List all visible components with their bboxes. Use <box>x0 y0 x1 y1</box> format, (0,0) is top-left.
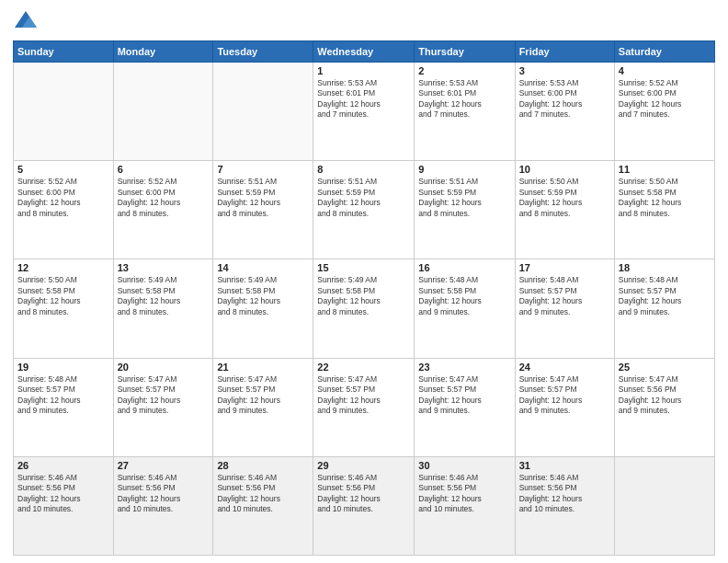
day-info: Sunrise: 5:46 AM Sunset: 5:56 PM Dayligh… <box>217 473 309 515</box>
day-number: 12 <box>17 262 109 273</box>
day-number: 17 <box>519 262 610 273</box>
day-info: Sunrise: 5:50 AM Sunset: 5:58 PM Dayligh… <box>619 177 711 219</box>
day-cell: 30Sunrise: 5:46 AM Sunset: 5:56 PM Dayli… <box>415 456 515 555</box>
day-info: Sunrise: 5:46 AM Sunset: 5:56 PM Dayligh… <box>317 473 410 515</box>
day-cell: 28Sunrise: 5:46 AM Sunset: 5:56 PM Dayli… <box>213 456 313 555</box>
day-number: 27 <box>118 460 210 471</box>
day-number: 28 <box>217 460 309 471</box>
day-info: Sunrise: 5:51 AM Sunset: 5:59 PM Dayligh… <box>418 177 510 219</box>
day-info: Sunrise: 5:51 AM Sunset: 5:59 PM Dayligh… <box>217 177 309 219</box>
day-info: Sunrise: 5:46 AM Sunset: 5:56 PM Dayligh… <box>118 473 210 515</box>
day-cell: 16Sunrise: 5:48 AM Sunset: 5:58 PM Dayli… <box>415 259 515 358</box>
day-info: Sunrise: 5:49 AM Sunset: 5:58 PM Dayligh… <box>118 275 210 317</box>
day-cell: 5Sunrise: 5:52 AM Sunset: 6:00 PM Daylig… <box>14 161 114 259</box>
day-number: 19 <box>17 362 109 373</box>
day-number: 31 <box>519 460 610 471</box>
day-number: 24 <box>519 362 610 373</box>
weekday-header-wednesday: Wednesday <box>313 41 415 63</box>
week-row-4: 19Sunrise: 5:48 AM Sunset: 5:57 PM Dayli… <box>14 358 715 456</box>
logo-icon <box>13 9 39 35</box>
day-info: Sunrise: 5:47 AM Sunset: 5:57 PM Dayligh… <box>118 374 210 417</box>
day-info: Sunrise: 5:48 AM Sunset: 5:57 PM Dayligh… <box>619 275 711 317</box>
day-cell: 4Sunrise: 5:52 AM Sunset: 6:00 PM Daylig… <box>614 63 714 161</box>
day-info: Sunrise: 5:53 AM Sunset: 6:01 PM Dayligh… <box>418 78 510 121</box>
day-info: Sunrise: 5:47 AM Sunset: 5:56 PM Dayligh… <box>619 374 711 417</box>
day-cell: 13Sunrise: 5:49 AM Sunset: 5:58 PM Dayli… <box>113 259 213 358</box>
day-cell: 29Sunrise: 5:46 AM Sunset: 5:56 PM Dayli… <box>313 456 415 555</box>
week-row-1: 1Sunrise: 5:53 AM Sunset: 6:01 PM Daylig… <box>14 63 715 161</box>
calendar: SundayMondayTuesdayWednesdayThursdayFrid… <box>13 40 715 556</box>
day-cell: 17Sunrise: 5:48 AM Sunset: 5:57 PM Dayli… <box>515 259 614 358</box>
week-row-5: 26Sunrise: 5:46 AM Sunset: 5:56 PM Dayli… <box>14 456 715 555</box>
day-number: 9 <box>418 164 510 175</box>
day-cell: 31Sunrise: 5:46 AM Sunset: 5:56 PM Dayli… <box>515 456 614 555</box>
day-cell: 1Sunrise: 5:53 AM Sunset: 6:01 PM Daylig… <box>313 63 415 161</box>
day-cell: 20Sunrise: 5:47 AM Sunset: 5:57 PM Dayli… <box>113 358 213 456</box>
page: SundayMondayTuesdayWednesdayThursdayFrid… <box>0 0 728 563</box>
day-info: Sunrise: 5:52 AM Sunset: 6:00 PM Dayligh… <box>619 78 711 121</box>
day-cell: 26Sunrise: 5:46 AM Sunset: 5:56 PM Dayli… <box>14 456 114 555</box>
day-info: Sunrise: 5:46 AM Sunset: 5:56 PM Dayligh… <box>17 473 109 515</box>
day-cell: 19Sunrise: 5:48 AM Sunset: 5:57 PM Dayli… <box>14 358 114 456</box>
header <box>13 9 715 35</box>
day-cell: 27Sunrise: 5:46 AM Sunset: 5:56 PM Dayli… <box>113 456 213 555</box>
day-number: 10 <box>519 164 610 175</box>
day-cell: 2Sunrise: 5:53 AM Sunset: 6:01 PM Daylig… <box>415 63 515 161</box>
day-number: 5 <box>17 164 109 175</box>
logo <box>13 9 42 35</box>
day-number: 4 <box>619 65 711 76</box>
day-number: 18 <box>619 262 711 273</box>
day-number: 2 <box>418 65 510 76</box>
day-number: 23 <box>418 362 510 373</box>
day-info: Sunrise: 5:50 AM Sunset: 5:58 PM Dayligh… <box>17 275 109 317</box>
day-cell: 23Sunrise: 5:47 AM Sunset: 5:57 PM Dayli… <box>415 358 515 456</box>
day-number: 29 <box>317 460 410 471</box>
week-row-2: 5Sunrise: 5:52 AM Sunset: 6:00 PM Daylig… <box>14 161 715 259</box>
day-number: 3 <box>519 65 610 76</box>
day-number: 7 <box>217 164 309 175</box>
week-row-3: 12Sunrise: 5:50 AM Sunset: 5:58 PM Dayli… <box>14 259 715 358</box>
day-number: 22 <box>317 362 410 373</box>
day-number: 25 <box>619 362 711 373</box>
calendar-body: 1Sunrise: 5:53 AM Sunset: 6:01 PM Daylig… <box>14 63 715 556</box>
day-number: 21 <box>217 362 309 373</box>
day-number: 14 <box>217 262 309 273</box>
day-info: Sunrise: 5:52 AM Sunset: 6:00 PM Dayligh… <box>118 177 210 219</box>
day-cell: 21Sunrise: 5:47 AM Sunset: 5:57 PM Dayli… <box>213 358 313 456</box>
calendar-header: SundayMondayTuesdayWednesdayThursdayFrid… <box>14 41 715 63</box>
day-number: 1 <box>317 65 410 76</box>
day-number: 30 <box>418 460 510 471</box>
day-cell: 7Sunrise: 5:51 AM Sunset: 5:59 PM Daylig… <box>213 161 313 259</box>
day-info: Sunrise: 5:48 AM Sunset: 5:57 PM Dayligh… <box>519 275 610 317</box>
day-number: 16 <box>418 262 510 273</box>
day-number: 13 <box>118 262 210 273</box>
day-info: Sunrise: 5:53 AM Sunset: 6:00 PM Dayligh… <box>519 78 610 121</box>
weekday-header-tuesday: Tuesday <box>213 41 313 63</box>
weekday-header-saturday: Saturday <box>614 41 714 63</box>
day-number: 8 <box>317 164 410 175</box>
day-info: Sunrise: 5:50 AM Sunset: 5:59 PM Dayligh… <box>519 177 610 219</box>
weekday-header-thursday: Thursday <box>415 41 515 63</box>
day-cell: 18Sunrise: 5:48 AM Sunset: 5:57 PM Dayli… <box>614 259 714 358</box>
day-cell <box>113 63 213 161</box>
day-cell: 9Sunrise: 5:51 AM Sunset: 5:59 PM Daylig… <box>415 161 515 259</box>
day-info: Sunrise: 5:46 AM Sunset: 5:56 PM Dayligh… <box>418 473 510 515</box>
day-info: Sunrise: 5:51 AM Sunset: 5:59 PM Dayligh… <box>317 177 410 219</box>
day-info: Sunrise: 5:48 AM Sunset: 5:58 PM Dayligh… <box>418 275 510 317</box>
calendar-table: SundayMondayTuesdayWednesdayThursdayFrid… <box>13 40 715 556</box>
day-cell: 3Sunrise: 5:53 AM Sunset: 6:00 PM Daylig… <box>515 63 614 161</box>
day-number: 6 <box>118 164 210 175</box>
day-info: Sunrise: 5:49 AM Sunset: 5:58 PM Dayligh… <box>217 275 309 317</box>
day-info: Sunrise: 5:52 AM Sunset: 6:00 PM Dayligh… <box>17 177 109 219</box>
day-cell: 12Sunrise: 5:50 AM Sunset: 5:58 PM Dayli… <box>14 259 114 358</box>
day-cell: 25Sunrise: 5:47 AM Sunset: 5:56 PM Dayli… <box>614 358 714 456</box>
day-cell: 10Sunrise: 5:50 AM Sunset: 5:59 PM Dayli… <box>515 161 614 259</box>
day-number: 11 <box>619 164 711 175</box>
day-cell: 8Sunrise: 5:51 AM Sunset: 5:59 PM Daylig… <box>313 161 415 259</box>
day-info: Sunrise: 5:48 AM Sunset: 5:57 PM Dayligh… <box>17 374 109 417</box>
day-cell: 22Sunrise: 5:47 AM Sunset: 5:57 PM Dayli… <box>313 358 415 456</box>
day-number: 20 <box>118 362 210 373</box>
day-info: Sunrise: 5:47 AM Sunset: 5:57 PM Dayligh… <box>418 374 510 417</box>
day-cell <box>213 63 313 161</box>
day-cell: 6Sunrise: 5:52 AM Sunset: 6:00 PM Daylig… <box>113 161 213 259</box>
